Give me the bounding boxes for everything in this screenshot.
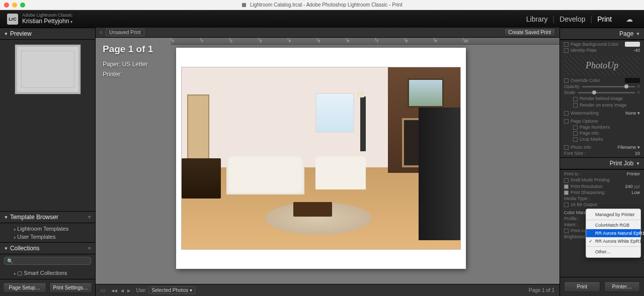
profile-dropdown[interactable]: Managed by PrinterColorMatch RGBRR Auror… xyxy=(586,209,641,258)
center-top-bar: ≡ Unsaved Print Create Saved Print xyxy=(96,28,559,38)
use-label: Use: xyxy=(136,287,147,293)
template-tree: Lightroom Templates User Templates xyxy=(0,223,95,242)
page-section-header[interactable]: Page▼ xyxy=(560,28,644,40)
list-item[interactable]: User Templates xyxy=(0,233,95,241)
module-print[interactable]: Print xyxy=(593,15,616,23)
collections-tree: ▢ Smart Collections xyxy=(0,267,95,279)
template-browser-header[interactable]: ▼Template Browser+ xyxy=(0,211,95,223)
profile-option[interactable]: Other… xyxy=(586,248,640,256)
use-control: Use: Selected Photos ▾ xyxy=(136,286,195,294)
printer-button[interactable]: Printer… xyxy=(604,281,640,292)
product-name: Adobe Lightroom Classic xyxy=(22,13,72,18)
profile-option[interactable]: RR Aurora Natural EpR1800 xyxy=(586,229,640,237)
list-item[interactable]: Lightroom Templates xyxy=(0,225,95,233)
first-page-icon[interactable]: ◂◂ xyxy=(110,287,118,294)
use-selector[interactable]: Selected Photos ▾ xyxy=(148,286,195,294)
prev-page-icon[interactable]: ◂ xyxy=(120,287,125,294)
photo-info-select[interactable]: Filename ▾ xyxy=(617,145,640,150)
sharpening-select[interactable]: Low xyxy=(631,190,640,195)
page-title: Page 1 of 1 xyxy=(103,44,153,55)
next-page-icon[interactable]: ▸ xyxy=(126,287,131,294)
document-icon xyxy=(242,3,247,8)
left-bottom-bar: Page Setup… Print Settings… xyxy=(0,279,95,296)
photo-cell[interactable] xyxy=(181,67,461,250)
override-color-swatch[interactable] xyxy=(625,78,640,83)
identity-block[interactable]: Adobe Lightroom Classic Kristian Pettyjo… xyxy=(22,13,72,25)
collections-header[interactable]: ▼Collections+ xyxy=(0,242,95,254)
preview-thumb-area xyxy=(0,40,95,99)
print-page[interactable] xyxy=(176,48,466,269)
center-panel: ≡ Unsaved Print Create Saved Print 01234… xyxy=(96,28,559,296)
app-root: Lightroom Catalog.lrcat - Adobe Photosho… xyxy=(0,0,644,296)
module-bar: LrC Adobe Lightroom Classic Kristian Pet… xyxy=(0,10,644,28)
chevron-down-icon: ▼ xyxy=(4,215,8,220)
print-to-select[interactable]: Printer xyxy=(626,171,640,176)
chevron-down-icon: ▼ xyxy=(4,32,8,36)
left-panel: ▼Preview ▼Template Browser+ Lightroom Te… xyxy=(0,28,96,296)
main-area: ▼Preview ▼Template Browser+ Lightroom Te… xyxy=(0,28,644,296)
window-title: Lightroom Catalog.lrcat - Adobe Photosho… xyxy=(0,2,644,8)
scale-slider[interactable] xyxy=(578,92,635,93)
user-name: Kristian Pettyjohn xyxy=(22,18,72,25)
chevron-down-icon: ▼ xyxy=(4,246,8,251)
printer-label: Printer: xyxy=(103,71,153,78)
module-library[interactable]: Library xyxy=(522,15,552,23)
chevron-down-icon: ▼ xyxy=(636,161,640,166)
module-picker: Library| Develop| Print ☁ xyxy=(522,15,637,23)
list-item[interactable]: ▢ Smart Collections xyxy=(0,269,95,277)
page-setup-button[interactable]: Page Setup… xyxy=(3,282,46,293)
add-template-icon[interactable]: + xyxy=(88,214,91,221)
svg-rect-0 xyxy=(242,3,246,7)
grip-icon: ≡ xyxy=(100,30,103,35)
chevron-down-icon[interactable]: ▿ xyxy=(637,84,640,89)
chevron-down-icon[interactable]: ▿ xyxy=(637,90,640,95)
collections-search[interactable]: 🔍 xyxy=(4,257,91,265)
print-button[interactable]: Print xyxy=(564,281,600,292)
watermark-select[interactable]: None ▾ xyxy=(625,111,640,116)
angle-value[interactable]: -40 xyxy=(633,48,640,53)
add-collection-icon[interactable]: + xyxy=(88,245,91,252)
unsaved-print-label[interactable]: Unsaved Print xyxy=(106,29,144,36)
page-nav: ◂◂ ◂ ▸ xyxy=(110,287,131,294)
mac-titlebar: Lightroom Catalog.lrcat - Adobe Photosho… xyxy=(0,0,644,10)
chevron-down-icon: ▼ xyxy=(636,32,640,36)
opacity-slider[interactable] xyxy=(582,86,635,87)
print-settings-button[interactable]: Print Settings… xyxy=(49,282,93,293)
module-develop[interactable]: Develop xyxy=(555,15,589,23)
center-bottom-bar: ▭ ◂◂ ◂ ▸ Use: Selected Photos ▾ Page 1 o… xyxy=(96,284,559,296)
grid-size-icon[interactable]: ▭ xyxy=(101,287,105,293)
profile-option[interactable]: ColorMatch RGB xyxy=(586,221,640,229)
page-counter: Page 1 of 1 xyxy=(529,287,554,293)
font-size-input[interactable]: 10 xyxy=(635,151,640,156)
profile-option[interactable]: RR Aurora White EpR1800 xyxy=(586,237,640,245)
page-info-overlay: Page 1 of 1 Paper: US Letter Printer: xyxy=(103,44,153,81)
create-saved-print-button[interactable]: Create Saved Print xyxy=(504,28,556,37)
cloud-sync-icon[interactable]: ☁ xyxy=(622,15,637,23)
bg-color-swatch[interactable] xyxy=(625,42,640,47)
paper-label: Paper: US Letter xyxy=(103,61,153,68)
preview-header[interactable]: ▼Preview xyxy=(0,28,95,40)
app-badge: LrC xyxy=(7,14,18,25)
identity-plate-preview[interactable]: PhotoUp xyxy=(564,55,640,75)
right-bottom-bar: Print Printer… xyxy=(560,277,644,296)
ruler-horizontal: 012345678910 xyxy=(171,38,559,45)
print-job-header[interactable]: Print Job▼ xyxy=(560,157,644,169)
preview-thumb[interactable] xyxy=(15,45,80,94)
right-panel: Page▼ Page Background Color Identity Pla… xyxy=(559,28,644,296)
print-canvas[interactable]: 012345678910 Page 1 of 1 Paper: US Lette… xyxy=(96,38,559,284)
profile-option[interactable]: Managed by Printer xyxy=(586,211,640,219)
resolution-input[interactable]: 240 xyxy=(625,184,632,189)
